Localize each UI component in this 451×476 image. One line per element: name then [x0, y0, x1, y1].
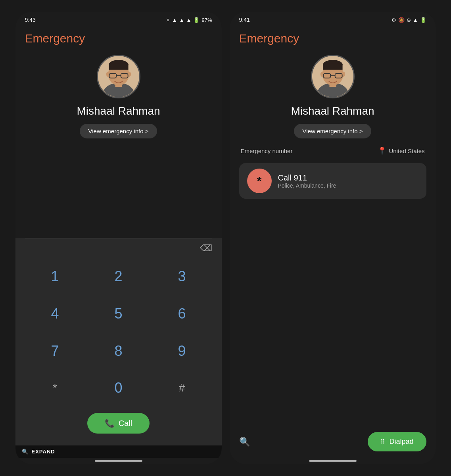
dial-key-8[interactable]: 8	[87, 332, 150, 370]
zoom-icon[interactable]: 🔍	[239, 437, 250, 447]
location-pill: 📍 United States	[378, 146, 424, 155]
expand-label: EXPAND	[32, 449, 55, 455]
left-phone: 9:43 ✳ ▲ ▲ ▲ 🔋 97% Emergency	[15, 12, 222, 464]
bottom-bar-right: 🔍 ⠿ Dialpad	[230, 426, 436, 458]
dial-key-6[interactable]: 6	[150, 295, 214, 332]
dial-key-2[interactable]: 2	[87, 258, 150, 296]
dial-key-star[interactable]: *	[23, 369, 87, 407]
dialpad-grid: 1 2 3 4 5 6 7 8 9 * 0 #	[15, 258, 222, 407]
time-right: 9:41	[239, 17, 250, 23]
svg-rect-5	[109, 64, 128, 70]
avatar-svg-right	[312, 55, 353, 97]
search-expand-icon: 🔍	[22, 449, 29, 455]
status-icons-right: ⚙ 🔕 ⊖ ▲ 🔋	[392, 17, 426, 23]
dial-key-hash[interactable]: #	[150, 369, 214, 407]
call-911-title: Call 911	[278, 173, 336, 182]
wifi-icon: ▲	[179, 17, 184, 23]
dial-key-4[interactable]: 4	[23, 295, 87, 332]
svg-rect-16	[323, 64, 342, 70]
right-phone: 9:41 ⚙ 🔕 ⊖ ▲ 🔋 Emergency	[230, 12, 436, 464]
call-911-symbol: *	[257, 174, 262, 188]
expand-bar[interactable]: 🔍 EXPAND	[15, 445, 222, 458]
grid-icon: ⠿	[380, 438, 385, 445]
right-content: Emergency Mishaal Ra	[230, 26, 436, 426]
time-left: 9:43	[25, 17, 36, 23]
emergency-title-left: Emergency	[25, 32, 212, 45]
battery-icon: 🔋	[193, 17, 200, 23]
dialpad-btn-label: Dialpad	[389, 438, 413, 446]
call-911-info: Call 911 Police, Ambulance, Fire	[278, 173, 336, 189]
gear-icon: ⚙	[392, 17, 396, 23]
status-bar-right: 9:41 ⚙ 🔕 ⊖ ▲ 🔋	[230, 12, 436, 26]
view-emergency-btn-right[interactable]: View emergency info >	[294, 124, 372, 138]
avatar-container-right	[239, 55, 426, 98]
dial-key-7[interactable]: 7	[23, 332, 87, 370]
phone-icon: 📞	[105, 418, 115, 428]
avatar-right	[311, 55, 355, 98]
avatar-left	[97, 55, 140, 98]
user-name-left: Mishaal Rahman	[25, 105, 212, 117]
avatar-container-left	[25, 55, 212, 98]
home-indicator-right	[309, 460, 357, 462]
dial-key-9[interactable]: 9	[150, 332, 214, 370]
view-emergency-btn-left[interactable]: View emergency info >	[80, 124, 157, 138]
emergency-title-right: Emergency	[239, 32, 426, 45]
battery-pct: 97%	[202, 17, 212, 23]
dialpad-top: ⌫	[15, 238, 222, 258]
mute-icon: 🔕	[398, 17, 405, 23]
battery-icon-right: 🔋	[420, 17, 426, 23]
dialpad-button[interactable]: ⠿ Dialpad	[368, 432, 426, 451]
wifi-icon-right: ▲	[413, 17, 418, 23]
status-bar-left: 9:43 ✳ ▲ ▲ ▲ 🔋 97%	[15, 12, 222, 26]
call-911-subtitle: Police, Ambulance, Fire	[278, 182, 336, 189]
location-label: United States	[389, 148, 424, 154]
dial-key-1[interactable]: 1	[23, 258, 87, 296]
signal2-icon: ▲	[186, 17, 192, 23]
backspace-icon[interactable]: ⌫	[200, 243, 212, 253]
dialpad-section: ⌫ 1 2 3 4 5 6 7 8 9 * 0 # 📞 Call	[15, 238, 222, 446]
signal-icon: ▲	[172, 17, 177, 23]
call-911-card: * Call 911 Police, Ambulance, Fire	[239, 163, 426, 199]
call-button-left[interactable]: 📞 Call	[87, 413, 150, 434]
call-btn-row: 📞 Call	[15, 407, 222, 445]
avatar-svg-left	[98, 55, 139, 97]
emergency-number-row: Emergency number 📍 United States	[239, 146, 426, 155]
home-indicator-left	[95, 460, 142, 462]
dial-key-0[interactable]: 0	[87, 369, 150, 407]
emergency-number-label: Emergency number	[241, 148, 293, 154]
left-content: Emergency	[15, 26, 222, 238]
call-label: Call	[119, 419, 132, 428]
dial-key-5[interactable]: 5	[87, 295, 150, 332]
location-pin-icon: 📍	[378, 146, 386, 155]
user-name-right: Mishaal Rahman	[239, 105, 426, 117]
focus-icon: ⊖	[407, 17, 411, 23]
dial-key-3[interactable]: 3	[150, 258, 214, 296]
bluetooth-icon: ✳	[166, 17, 170, 23]
call-911-button[interactable]: *	[247, 169, 272, 193]
status-icons-left: ✳ ▲ ▲ ▲ 🔋 97%	[166, 17, 212, 23]
